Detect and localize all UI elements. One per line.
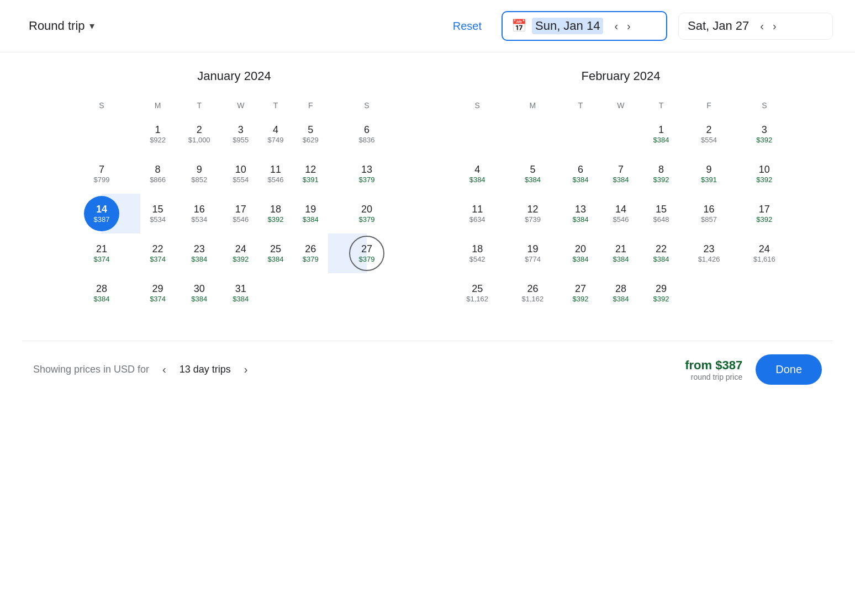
end-date-prev-button[interactable]: ‹ (757, 19, 767, 34)
table-row[interactable]: 23 $384 (175, 233, 223, 273)
table-row[interactable]: 22 $374 (140, 233, 175, 273)
table-row[interactable]: 15 $534 (140, 194, 175, 233)
january-title: January 2024 (63, 69, 405, 83)
table-row[interactable]: 6 $836 (328, 114, 405, 154)
table-row[interactable]: 31 $384 (223, 273, 258, 313)
day-cell: 6 $384 (561, 154, 601, 194)
day-cell: 15 $648 (641, 194, 681, 233)
table-row[interactable]: 13 $384 (561, 194, 601, 233)
day-cell: 20 $379 (328, 194, 405, 233)
table-row[interactable]: 27 $379 (328, 233, 405, 273)
day-cell: 22 $384 (641, 233, 681, 273)
table-row[interactable]: 27 $392 (561, 273, 601, 313)
jan-day-header-w: W (223, 97, 258, 114)
table-row[interactable]: 6 $384 (561, 154, 601, 194)
table-row (328, 273, 405, 313)
table-row[interactable]: 8 $392 (641, 154, 681, 194)
table-row[interactable]: 28 $384 (63, 273, 140, 313)
table-row[interactable]: 29 $374 (140, 273, 175, 313)
end-date-selector[interactable]: Sat, Jan 27 ‹ › (678, 13, 833, 40)
table-row[interactable]: 20 $384 (561, 233, 601, 273)
table-row[interactable]: 1 $922 (140, 114, 175, 154)
table-row[interactable]: 12 $739 (505, 194, 560, 233)
table-row[interactable]: 19 $384 (293, 194, 328, 233)
table-row[interactable]: 3 $955 (223, 114, 258, 154)
table-row[interactable]: 13 $379 (328, 154, 405, 194)
day-cell: 11 $634 (450, 194, 505, 233)
day-cell: 21 $374 (63, 233, 140, 273)
table-row[interactable]: 20 $379 (328, 194, 405, 233)
day-cell: 29 $374 (140, 273, 175, 313)
table-row[interactable]: 14 $546 (601, 194, 641, 233)
end-date-next-button[interactable]: › (769, 19, 780, 34)
table-row[interactable]: 4 $384 (450, 154, 505, 194)
table-row[interactable]: 4 $749 (258, 114, 293, 154)
table-row[interactable]: 21 $374 (63, 233, 140, 273)
trip-days-next-button[interactable]: › (240, 361, 252, 378)
table-row[interactable]: 21 $384 (601, 233, 641, 273)
table-row[interactable]: 17 $546 (223, 194, 258, 233)
table-row[interactable]: 26 $379 (293, 233, 328, 273)
table-row[interactable]: 9 $852 (175, 154, 223, 194)
start-date-selector[interactable]: 📅 Sun, Jan 14 ‹ › (502, 11, 667, 41)
done-button[interactable]: Done (756, 354, 822, 385)
day-cell: 16 $534 (175, 194, 223, 233)
table-row[interactable]: 25 $1,162 (450, 273, 505, 313)
table-row[interactable]: 2 $554 (681, 114, 736, 154)
day-cell: 9 $391 (681, 154, 736, 194)
table-row[interactable]: 7 $384 (601, 154, 641, 194)
table-row[interactable]: 10 $554 (223, 154, 258, 194)
day-cell: 12 $739 (505, 194, 560, 233)
table-row[interactable]: 7 $799 (63, 154, 140, 194)
day-cell: 17 $546 (223, 194, 258, 233)
day-cell: 10 $392 (737, 154, 792, 194)
table-row[interactable]: 9 $391 (681, 154, 736, 194)
table-row[interactable]: 5 $384 (505, 154, 560, 194)
table-row[interactable]: 25 $384 (258, 233, 293, 273)
start-date-prev-button[interactable]: ‹ (611, 19, 621, 34)
day-cell: 11 $546 (258, 154, 293, 194)
table-row[interactable]: 11 $546 (258, 154, 293, 194)
day-cell: 24 $1,616 (737, 233, 792, 273)
table-row[interactable]: 5 $629 (293, 114, 328, 154)
table-row[interactable]: 30 $384 (175, 273, 223, 313)
table-row[interactable]: 24 $392 (223, 233, 258, 273)
table-row[interactable]: 23 $1,426 (681, 233, 736, 273)
table-row[interactable]: 28 $384 (601, 273, 641, 313)
table-row[interactable]: 15 $648 (641, 194, 681, 233)
day-cell: 5 $384 (505, 154, 560, 194)
table-row[interactable]: 3 $392 (737, 114, 792, 154)
day-cell: 31 $384 (223, 273, 258, 313)
table-row[interactable]: 26 $1,162 (505, 273, 560, 313)
day-cell: 2 $1,000 (175, 114, 223, 154)
day-cell: 19 $384 (293, 194, 328, 233)
start-date-next-button[interactable]: › (624, 19, 634, 34)
chevron-down-icon: ▾ (89, 20, 94, 32)
table-row[interactable]: 11 $634 (450, 194, 505, 233)
table-row[interactable]: 14 $387 (63, 194, 140, 233)
table-row[interactable]: 22 $384 (641, 233, 681, 273)
table-row (505, 114, 560, 154)
table-row[interactable]: 16 $857 (681, 194, 736, 233)
start-date-text: Sun, Jan 14 (532, 18, 603, 34)
feb-day-header-m: M (505, 97, 560, 114)
table-row[interactable]: 19 $774 (505, 233, 560, 273)
table-row[interactable]: 17 $392 (737, 194, 792, 233)
round-trip-dropdown[interactable]: Round trip ▾ (22, 14, 101, 38)
table-row[interactable]: 2 $1,000 (175, 114, 223, 154)
round-trip-price-label: round trip price (685, 373, 742, 381)
table-row[interactable]: 12 $391 (293, 154, 328, 194)
table-row[interactable]: 8 $866 (140, 154, 175, 194)
day-cell: 23 $384 (175, 233, 223, 273)
day-cell: 25 $384 (258, 233, 293, 273)
table-row[interactable]: 16 $534 (175, 194, 223, 233)
reset-button[interactable]: Reset (444, 15, 490, 37)
day-cell: 6 $836 (328, 114, 405, 154)
table-row[interactable]: 18 $392 (258, 194, 293, 233)
table-row[interactable]: 10 $392 (737, 154, 792, 194)
trip-days-prev-button[interactable]: ‹ (158, 361, 171, 378)
table-row[interactable]: 18 $542 (450, 233, 505, 273)
table-row[interactable]: 29 $392 (641, 273, 681, 313)
table-row[interactable]: 1 $384 (641, 114, 681, 154)
table-row[interactable]: 24 $1,616 (737, 233, 792, 273)
